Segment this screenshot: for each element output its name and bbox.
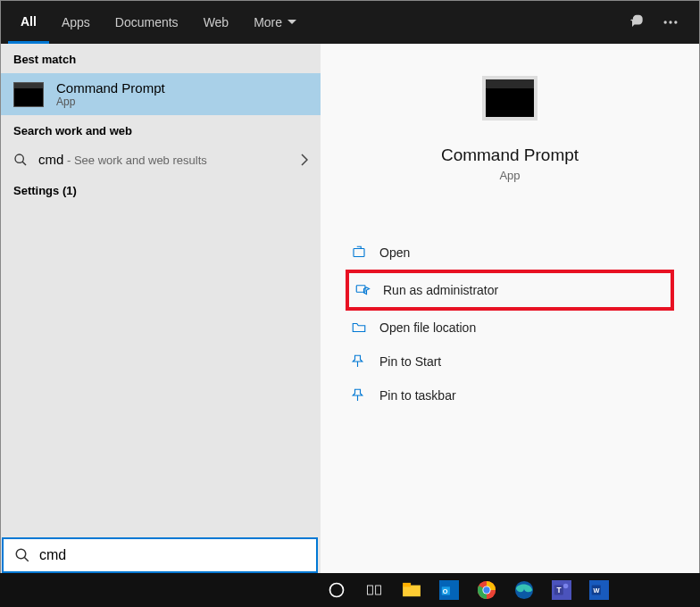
tab-documents[interactable]: Documents — [103, 1, 191, 44]
feedback-icon[interactable] — [628, 13, 646, 31]
best-match-item[interactable]: Command Prompt App — [1, 73, 321, 115]
chrome-icon[interactable] — [470, 573, 504, 607]
search-tabs-bar: All Apps Documents Web More — [1, 1, 699, 44]
open-icon — [351, 245, 367, 261]
action-open-file-location[interactable]: Open file location — [346, 311, 674, 345]
tab-all[interactable]: All — [8, 1, 49, 44]
svg-line-10 — [24, 557, 29, 561]
svg-point-2 — [674, 21, 677, 23]
section-best-match: Best match — [1, 44, 321, 73]
action-pin-start-label: Pin to Start — [379, 354, 441, 369]
edge-icon[interactable] — [507, 573, 541, 607]
action-open-location-label: Open file location — [379, 320, 476, 335]
svg-rect-13 — [376, 586, 381, 595]
svg-rect-15 — [403, 583, 411, 587]
svg-rect-14 — [403, 586, 421, 597]
search-web-item[interactable]: cmd - See work and web results — [1, 145, 321, 175]
best-match-title: Command Prompt — [56, 80, 165, 96]
tab-web[interactable]: Web — [191, 1, 242, 44]
best-match-subtitle: App — [56, 96, 165, 108]
svg-text:O: O — [443, 587, 448, 595]
word-icon[interactable]: W — [582, 573, 616, 607]
svg-point-22 — [483, 586, 489, 593]
command-prompt-icon — [13, 82, 44, 107]
svg-point-11 — [330, 584, 344, 597]
admin-shield-icon — [354, 282, 371, 298]
action-pin-taskbar-label: Pin to taskbar — [379, 388, 456, 403]
svg-point-1 — [669, 21, 671, 23]
chevron-down-icon — [288, 20, 296, 25]
action-open-label: Open — [379, 245, 410, 260]
svg-point-9 — [16, 549, 26, 559]
action-pin-to-taskbar[interactable]: Pin to taskbar — [346, 378, 674, 412]
action-open[interactable]: Open — [346, 236, 674, 270]
outlook-icon[interactable]: O — [432, 573, 466, 607]
action-run-admin-label: Run as administrator — [383, 283, 498, 297]
file-explorer-icon[interactable] — [395, 573, 429, 607]
search-box — [2, 537, 318, 573]
task-view-icon[interactable] — [357, 573, 391, 607]
results-panel: Best match Command Prompt App Search wor… — [1, 44, 321, 574]
pin-start-icon — [351, 353, 367, 370]
search-suffix-text: - See work and web results — [63, 154, 206, 167]
action-run-as-administrator[interactable]: Run as administrator — [346, 270, 674, 311]
svg-text:T: T — [557, 586, 562, 595]
folder-icon — [351, 320, 367, 336]
search-icon — [14, 547, 30, 563]
tab-more[interactable]: More — [241, 1, 309, 44]
tab-apps[interactable]: Apps — [49, 1, 103, 44]
svg-point-25 — [563, 584, 569, 589]
search-icon — [13, 153, 28, 167]
taskbar: O T W — [0, 573, 700, 607]
search-query-text: cmd — [38, 152, 63, 167]
preview-panel: Command Prompt App Open Run as administr… — [321, 44, 699, 574]
section-settings[interactable]: Settings (1) — [1, 175, 321, 204]
svg-point-0 — [664, 21, 667, 23]
svg-point-3 — [15, 154, 23, 162]
actions-list: Open Run as administrator Open file loca… — [346, 236, 674, 412]
chevron-right-icon — [301, 154, 308, 166]
svg-line-4 — [22, 162, 26, 165]
tab-more-label: More — [254, 15, 282, 29]
command-prompt-large-icon — [482, 76, 538, 121]
more-options-icon[interactable] — [662, 13, 679, 31]
action-pin-to-start[interactable]: Pin to Start — [346, 345, 674, 378]
preview-subtitle: App — [499, 169, 520, 182]
teams-icon[interactable]: T — [545, 573, 579, 607]
preview-title: Command Prompt — [441, 146, 579, 165]
svg-text:W: W — [594, 586, 600, 595]
search-input[interactable] — [39, 547, 305, 563]
svg-rect-5 — [354, 249, 364, 257]
cortana-icon[interactable] — [320, 573, 354, 607]
section-search-work-web: Search work and web — [1, 115, 321, 145]
svg-rect-12 — [368, 586, 373, 595]
pin-taskbar-icon — [351, 387, 367, 403]
